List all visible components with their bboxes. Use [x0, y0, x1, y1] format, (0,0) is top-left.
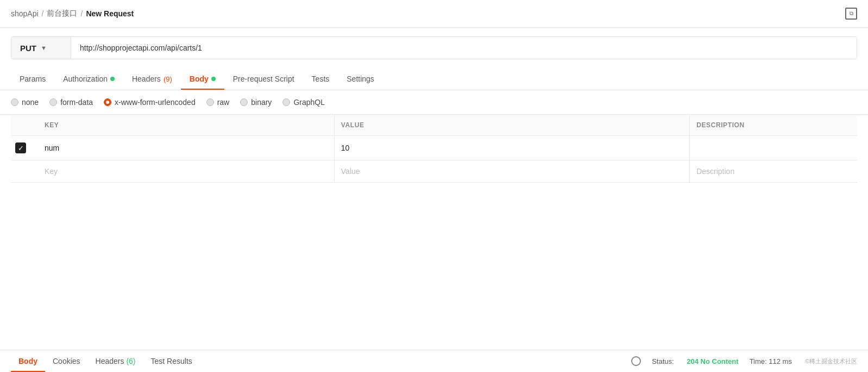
radio-circle-urlencoded — [104, 98, 111, 106]
response-tab-cookies[interactable]: Cookies — [45, 350, 88, 372]
radio-circle-graphql — [282, 98, 290, 106]
authorization-dot — [110, 77, 115, 81]
row-value-cell[interactable]: 10 — [334, 136, 689, 160]
radio-label-none: none — [22, 98, 39, 107]
response-tab-headers-label: Headers — [96, 357, 127, 365]
col-header-key: KEY — [38, 115, 334, 136]
response-tab-test-results[interactable]: Test Results — [143, 350, 200, 372]
tab-authorization-label: Authorization — [63, 75, 108, 83]
tab-body[interactable]: Body — [181, 68, 224, 90]
radio-urlencoded[interactable]: x-www-form-urlencoded — [104, 98, 196, 107]
response-tab-body[interactable]: Body — [11, 350, 45, 372]
radio-graphql[interactable]: GraphQL — [282, 98, 325, 107]
params-table-section: KEY VALUE DESCRIPTION ✓ num 10 — [11, 115, 857, 183]
response-tab-test-results-label: Test Results — [151, 357, 192, 365]
request-tabs: Params Authorization Headers (9) Body Pr… — [0, 68, 868, 90]
empty-checkbox-cell — [11, 160, 38, 183]
response-tab-cookies-label: Cookies — [53, 357, 80, 365]
table-header-row: KEY VALUE DESCRIPTION — [11, 115, 857, 136]
col-header-checkbox — [11, 115, 38, 136]
radio-form-data[interactable]: form-data — [49, 98, 93, 107]
table-row: ✓ num 10 — [11, 136, 857, 160]
radio-circle-binary — [240, 98, 248, 106]
radio-raw[interactable]: raw — [206, 98, 230, 107]
radio-label-urlencoded: x-www-form-urlencoded — [115, 98, 196, 107]
tab-pre-request-label: Pre-request Script — [233, 75, 294, 83]
radio-label-form-data: form-data — [60, 98, 93, 107]
row-desc-cell[interactable] — [690, 136, 857, 160]
col-header-description: DESCRIPTION — [690, 115, 857, 136]
radio-binary[interactable]: binary — [240, 98, 272, 107]
params-table: KEY VALUE DESCRIPTION ✓ num 10 — [11, 115, 857, 183]
response-headers-badge: (6) — [126, 357, 135, 365]
tab-pre-request[interactable]: Pre-request Script — [224, 68, 303, 90]
row-checkbox-cell[interactable]: ✓ — [11, 136, 38, 160]
tab-headers[interactable]: Headers (9) — [123, 68, 181, 90]
body-dot — [211, 77, 216, 81]
radio-label-graphql: GraphQL — [293, 98, 325, 107]
globe-icon — [631, 356, 641, 366]
request-line: PUT ▼ — [11, 36, 857, 59]
radio-circle-form-data — [49, 98, 57, 106]
radio-label-raw: raw — [217, 98, 230, 107]
empty-key-placeholder: Key — [45, 167, 58, 176]
checkbox-checked-icon[interactable]: ✓ — [15, 142, 26, 153]
radio-circle-raw — [206, 98, 214, 106]
method-dropdown[interactable]: PUT ▼ — [11, 37, 71, 59]
breadcrumb-part1: shopApi — [11, 9, 39, 18]
headers-badge: (9) — [163, 75, 172, 83]
empty-desc-placeholder: Description — [696, 167, 734, 176]
method-label: PUT — [20, 44, 36, 53]
row-key-cell[interactable]: num — [38, 136, 334, 160]
table-empty-row: Key Value Description — [11, 160, 857, 183]
tab-authorization[interactable]: Authorization — [54, 68, 123, 90]
empty-value-placeholder: Value — [341, 167, 360, 176]
row-key-value: num — [45, 144, 59, 152]
row-value-value: 10 — [341, 144, 350, 152]
url-input[interactable] — [71, 37, 857, 59]
empty-key-cell[interactable]: Key — [38, 160, 334, 183]
radio-none[interactable]: none — [11, 98, 39, 107]
tab-tests[interactable]: Tests — [303, 68, 338, 90]
tab-body-label: Body — [190, 75, 209, 83]
watermark: ©稀土掘金技术社区 — [805, 357, 857, 365]
tab-params[interactable]: Params — [11, 68, 54, 90]
breadcrumb-part3: New Request — [86, 9, 134, 18]
response-tabs-bar: Body Cookies Headers (6) Test Results St… — [0, 350, 868, 372]
radio-label-binary: binary — [251, 98, 272, 107]
tab-tests-label: Tests — [312, 75, 330, 83]
radio-circle-none — [11, 98, 18, 106]
tab-settings[interactable]: Settings — [338, 68, 383, 90]
breadcrumb-sep1: / — [42, 9, 44, 18]
breadcrumb-sep2: / — [80, 9, 83, 18]
time-label: Time: 112 ms — [750, 357, 792, 365]
response-tab-body-label: Body — [18, 357, 37, 365]
response-tab-headers[interactable]: Headers (6) — [88, 350, 143, 372]
tab-params-label: Params — [20, 75, 46, 83]
tab-settings-label: Settings — [347, 75, 374, 83]
breadcrumb-part2: 前台接口 — [47, 9, 77, 18]
status-code: 204 No Content — [687, 357, 738, 365]
col-header-value: VALUE — [334, 115, 689, 136]
tab-headers-label: Headers — [132, 75, 161, 83]
breadcrumb: shopApi / 前台接口 / New Request ⧉ — [0, 0, 868, 28]
body-type-row: none form-data x-www-form-urlencoded raw… — [0, 90, 868, 115]
empty-value-cell[interactable]: Value — [334, 160, 689, 183]
window-icon[interactable]: ⧉ — [845, 8, 857, 20]
chevron-down-icon: ▼ — [41, 45, 47, 51]
status-label: Status: — [652, 357, 676, 365]
empty-desc-cell[interactable]: Description — [690, 160, 857, 183]
status-bar: Status: 204 No Content Time: 112 ms ©稀土掘… — [631, 356, 857, 366]
